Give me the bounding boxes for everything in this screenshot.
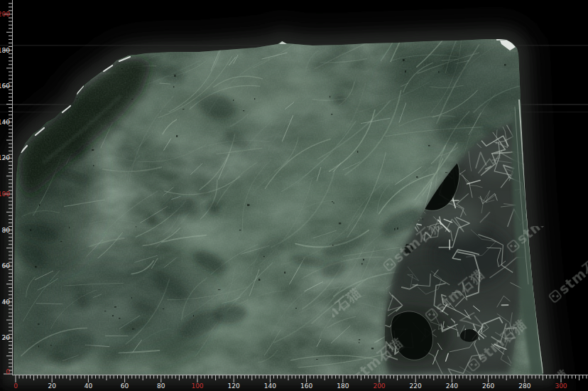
watermark-layer <box>332 226 588 375</box>
ruler-label: 140 <box>0 119 10 126</box>
ruler-label: 20 <box>2 334 11 341</box>
ruler-label: 0 <box>6 368 10 375</box>
slab-scan-viewer: stm石猫02040608010012014016018020002040608… <box>0 0 588 391</box>
ruler-label: 80 <box>157 382 165 390</box>
ruler-label: 160 <box>0 82 10 90</box>
ruler-label: 60 <box>121 382 129 390</box>
ruler-label: 180 <box>337 382 349 390</box>
ruler-label: 120 <box>0 154 10 161</box>
ruler-label: 160 <box>300 382 312 390</box>
ruler-label: 200 <box>0 11 10 18</box>
ruler-label: 120 <box>228 382 240 390</box>
ruler-label: 60 <box>2 262 11 269</box>
ruler-label: 240 <box>446 382 458 390</box>
ruler-label: 200 <box>373 382 385 390</box>
ruler-label: 20 <box>48 382 56 390</box>
ruler-label: 40 <box>2 299 11 306</box>
ruler-label: 180 <box>0 47 10 54</box>
ruler-label: 100 <box>0 191 10 198</box>
slab-scan-canvas: stm石猫02040608010012014016018020002040608… <box>0 0 588 391</box>
ruler-label: 260 <box>482 382 494 390</box>
ruler-label: 40 <box>85 382 93 390</box>
ruler-label: 100 <box>191 382 203 390</box>
ruler-label: 0 <box>13 382 18 390</box>
ruler-label: 300 <box>555 382 567 390</box>
ruler-label: 140 <box>264 382 276 390</box>
ruler-label: 280 <box>518 382 530 390</box>
ruler-label: 80 <box>2 227 11 234</box>
ruler-label: 220 <box>410 382 422 390</box>
